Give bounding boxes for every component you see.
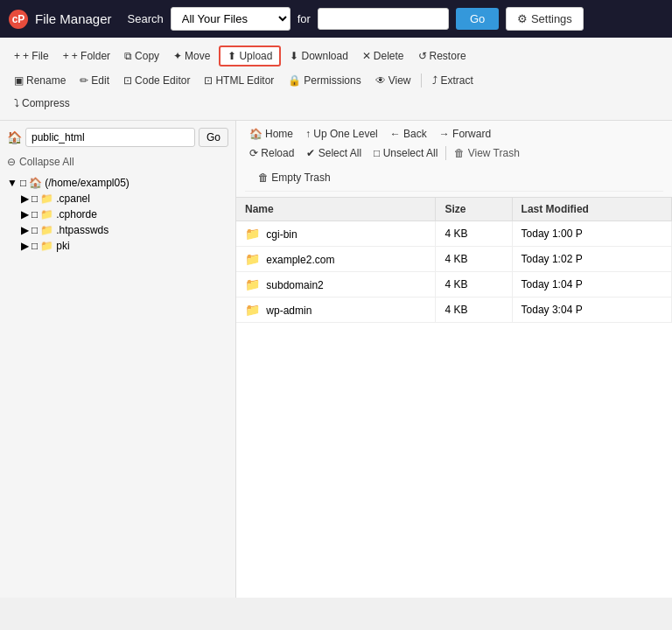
tree-folder-icon-cphorde: 📁 [40,208,53,220]
code-editor-icon: ⊡ [123,74,132,87]
folder-icon: 📁 [245,303,260,317]
unselect-all-button[interactable]: □ Unselect All [369,145,442,161]
home-nav-icon: 🏠 [249,128,262,140]
search-input[interactable] [318,8,449,30]
download-icon: ⬇ [290,50,298,62]
search-select[interactable]: All Your Files Current Directory File Na… [171,7,290,31]
path-go-button[interactable]: Go [199,128,228,147]
col-size: Size [436,198,512,221]
go-button[interactable]: Go [456,8,499,30]
tree-item-root[interactable]: ▼ □ 🏠 (/home/exampl05) [7,175,228,191]
file-tree: ▼ □ 🏠 (/home/exampl05) ▶ □ 📁 .cpanel ▶ □… [7,175,228,254]
folder-button[interactable]: + + Folder [58,47,116,65]
nav-bar: 🏠 Home ↑ Up One Level ← Back → Forward ⟳… [236,121,672,198]
tree-checkbox-cpanel: □ [32,192,38,205]
col-name: Name [236,198,436,221]
tree-item-pki[interactable]: ▶ □ 📁 pki [21,238,228,254]
compress-button[interactable]: ⤵ Compress [9,94,75,112]
sidebar: 🏠 Go ⊖ Collapse All ▼ □ 🏠 (/home/exampl0… [0,121,236,598]
table-cell-size: 4 KB [436,272,512,298]
home-nav-button[interactable]: 🏠 Home [245,126,298,142]
table-row[interactable]: 📁 subdomain2 4 KB Today 1:04 P [236,272,672,298]
path-input[interactable] [25,128,195,147]
up-one-level-button[interactable]: ↑ Up One Level [301,126,382,142]
for-label: for [298,12,311,25]
toolbar-divider [421,74,422,88]
extract-icon: ⤴ [432,74,438,87]
file-icon: + [14,50,20,62]
copy-icon: ⧉ [124,50,132,62]
restore-icon: ↺ [418,50,427,62]
tree-folder-icon-cpanel: 📁 [40,192,53,205]
delete-button[interactable]: ✕ Delete [357,47,410,65]
permissions-button[interactable]: 🔒 Permissions [283,72,366,89]
path-bar: 🏠 Go [7,128,228,147]
file-table-body: 📁 cgi-bin 4 KB Today 1:00 P 📁 example2.c… [236,221,672,323]
tree-toggle-root: ▼ [7,177,18,189]
tree-checkbox-pki: □ [32,240,38,252]
tree-item-cphorde[interactable]: ▶ □ 📁 .cphorde [21,206,228,222]
path-home-icon: 🏠 [7,130,22,144]
logo-icon: cP [9,10,28,29]
tree-checkbox-root: □ [20,177,26,189]
view-icon: 👁 [375,74,386,87]
tree-item-htpasswds[interactable]: ▶ □ 📁 .htpasswds [21,222,228,238]
tree-folder-icon-htpasswds: 📁 [40,224,53,236]
tree-label-pki: pki [56,240,69,252]
file-table-header: Name Size Last Modified [236,198,672,221]
tree-children-root: ▶ □ 📁 .cpanel ▶ □ 📁 .cphorde ▶ □ 📁 .htpa… [21,191,228,254]
empty-trash-button[interactable]: 🗑 Empty Trash [254,170,335,186]
view-button[interactable]: 👁 View [370,72,416,89]
table-cell-name: 📁 example2.com [236,247,436,272]
table-cell-name: 📁 cgi-bin [236,221,436,247]
collapse-icon: ⊖ [7,156,16,168]
html-editor-button[interactable]: ⊡ HTML Editor [199,72,279,89]
file-table: Name Size Last Modified 📁 cgi-bin 4 KB T… [236,198,672,323]
settings-button[interactable]: ⚙ Settings [506,7,584,31]
tree-label-cpanel: .cpanel [56,192,90,205]
view-trash-button[interactable]: 🗑 View Trash [450,145,523,161]
move-button[interactable]: ✦ Move [168,47,215,65]
collapse-all-button[interactable]: ⊖ Collapse All [7,156,228,168]
file-button[interactable]: + + File [9,47,54,65]
logo: cP [9,10,28,29]
upload-button[interactable]: ⬆ Upload [219,46,281,66]
tree-label-root: (/home/exampl05) [45,177,130,189]
download-button[interactable]: ⬇ Download [284,47,353,65]
header-bar: cP File Manager Search All Your Files Cu… [0,0,672,38]
tree-checkbox-cphorde: □ [32,208,38,220]
folder-icon: 📁 [245,227,260,241]
app-title: File Manager [35,11,112,26]
back-button[interactable]: ← Back [386,126,431,142]
restore-button[interactable]: ↺ Restore [413,47,472,65]
edit-button[interactable]: ✏ Edit [74,72,115,89]
table-cell-size: 4 KB [436,221,512,247]
tree-home-icon: 🏠 [29,177,42,189]
reload-button[interactable]: ⟳ Reload [245,145,298,161]
copy-button[interactable]: ⧉ Copy [119,47,164,65]
folder-icon: 📁 [245,277,260,291]
table-cell-modified: Today 1:00 P [512,221,671,247]
table-row[interactable]: 📁 wp-admin 4 KB Today 3:04 P [236,298,672,323]
rename-button[interactable]: ▣ Rename [9,72,71,89]
file-browser: 🏠 Home ↑ Up One Level ← Back → Forward ⟳… [236,121,672,598]
select-all-button[interactable]: ✔ Select All [302,145,366,161]
table-cell-size: 4 KB [436,247,512,272]
folder-icon: + [63,50,69,62]
extract-button[interactable]: ⤴ Extract [427,72,478,89]
tree-label-cphorde: .cphorde [56,208,97,220]
empty-trash-row: 🗑 Empty Trash [245,164,663,192]
folder-icon: 📁 [245,252,260,266]
toolbar: + + File + + Folder ⧉ Copy ✦ Move ⬆ Uplo… [0,38,672,121]
delete-icon: ✕ [362,50,371,62]
move-icon: ✦ [173,50,182,62]
tree-toggle-cphorde: ▶ [21,208,29,220]
html-editor-icon: ⊡ [204,74,213,87]
tree-item-cpanel[interactable]: ▶ □ 📁 .cpanel [21,191,228,206]
code-editor-button[interactable]: ⊡ Code Editor [118,72,195,89]
table-row[interactable]: 📁 cgi-bin 4 KB Today 1:00 P [236,221,672,247]
main-area: 🏠 Go ⊖ Collapse All ▼ □ 🏠 (/home/exampl0… [0,121,672,598]
tree-toggle-htpasswds: ▶ [21,224,29,236]
table-row[interactable]: 📁 example2.com 4 KB Today 1:02 P [236,247,672,272]
forward-button[interactable]: → Forward [435,126,495,142]
